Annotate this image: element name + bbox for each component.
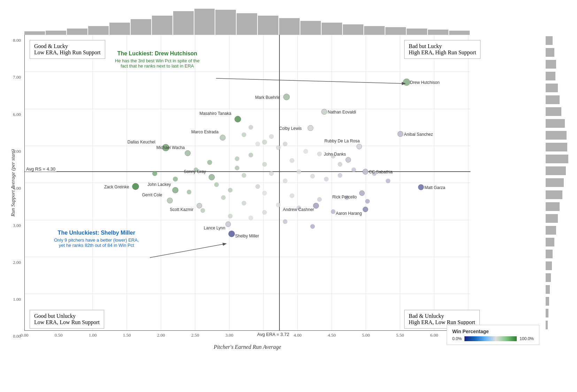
top-histogram-bar [46, 31, 66, 35]
x-tick-5: 5.00 [362, 332, 370, 338]
top-histogram-bar [279, 18, 300, 35]
right-histogram-bar [546, 309, 548, 317]
top-histogram-bar [194, 9, 215, 35]
right-histogram-bar [546, 84, 558, 92]
x-tick-45: 4.50 [328, 332, 336, 338]
x-tick-0: 0.00 [21, 332, 29, 338]
avg-rs-label: Avg RS = 4.30 [25, 166, 56, 172]
right-histogram-bar [546, 107, 561, 116]
main-container: Run Support Average (per start) [0, 0, 577, 392]
top-histogram-bar [152, 16, 172, 35]
legend: Win Percentage 0.0% 100.0% [447, 325, 539, 345]
avg-era-label: Avg ERA = 3.72 [256, 332, 290, 337]
x-tick-15: 1.50 [123, 332, 131, 338]
top-histogram-bar [109, 23, 130, 35]
x-tick-4: 4.00 [294, 332, 302, 338]
right-histogram-bar [546, 72, 555, 80]
top-histogram-bar [428, 30, 448, 35]
top-histogram-bar [300, 21, 321, 35]
dots-canvas [24, 35, 470, 331]
top-histogram [24, 3, 470, 35]
right-histogram-bar [546, 321, 548, 329]
top-histogram-bar [215, 10, 236, 35]
right-histogram-bar [546, 95, 560, 104]
top-histogram-bar [173, 11, 194, 35]
right-histogram-bar [546, 261, 552, 270]
right-histogram-bar [546, 131, 567, 140]
x-tick-55: 5.50 [396, 332, 404, 338]
x-tick-3: 3.00 [225, 332, 233, 338]
right-histogram-bar [546, 178, 564, 187]
x-axis-label: Pitcher's Earned Run Average [24, 344, 470, 350]
luckiest-annotation: The Luckiest: Drew Hutchison He has the … [115, 50, 200, 69]
top-histogram-bar [24, 31, 45, 35]
right-histogram-bar [546, 297, 549, 306]
right-histogram-bar [546, 273, 551, 282]
right-histogram-bar [546, 36, 553, 45]
y-tick-5: 5.00 [13, 149, 21, 154]
y-tick-4: 4.00 [13, 186, 21, 191]
bad-lucky-label: Bad but Lucky High ERA, High Run Support [404, 40, 480, 59]
x-tick-25: 2.50 [191, 332, 199, 338]
top-histogram-bar [258, 16, 278, 35]
right-histogram-bar [546, 60, 556, 69]
y-tick-7: 7.00 [13, 75, 21, 80]
right-histogram-bar [546, 143, 567, 151]
y-tick-2: 2.00 [13, 260, 21, 265]
right-histogram-bar [546, 190, 562, 199]
top-histogram-bar [67, 29, 87, 35]
y-tick-6: 6.00 [13, 112, 21, 117]
top-histogram-bar [131, 19, 151, 35]
unluckiest-text: Only 9 pitchers have a better (lower) ER… [54, 237, 139, 248]
top-histogram-bar [364, 26, 385, 35]
top-histogram-bar [407, 29, 427, 35]
y-tick-0: 0.00 [13, 334, 21, 339]
y-tick-3: 3.00 [13, 223, 21, 228]
right-histogram-bar [546, 155, 568, 163]
x-tick-05: 0.50 [55, 332, 63, 338]
luckiest-text: He has the 3rd best Win Pct in spite of … [115, 58, 200, 69]
top-histogram-bar [385, 27, 406, 35]
right-histogram-bar [546, 166, 566, 175]
right-histogram-bar [546, 285, 550, 294]
y-tick-8: 8.00 [13, 38, 21, 43]
top-histogram-bar [237, 13, 257, 35]
right-histogram-bar [546, 119, 565, 128]
y-tick-1: 1.00 [13, 297, 21, 302]
x-tick-1: 1.00 [89, 332, 97, 338]
right-histogram-bar [546, 250, 553, 258]
right-histogram [546, 35, 574, 331]
good-lucky-label: Good & Lucky Low ERA, High Run Support [30, 40, 105, 59]
good-unlucky-label: Good but Unlucky Low ERA, Low Run Suppor… [30, 310, 104, 329]
top-histogram-bar [88, 26, 109, 35]
x-tick-2: 2.00 [157, 332, 165, 338]
right-histogram-bar [546, 226, 556, 235]
top-histogram-bar [322, 23, 342, 35]
right-histogram-bar [546, 48, 554, 57]
top-histogram-bar [343, 24, 363, 35]
right-histogram-bar [546, 202, 560, 211]
right-histogram-bar [546, 238, 554, 246]
unluckiest-annotation: The Unluckiest: Shelby Miller Only 9 pit… [54, 230, 139, 248]
top-histogram-bar [449, 31, 470, 35]
x-tick-6: 6.00 [430, 332, 438, 338]
right-histogram-bar [546, 214, 558, 223]
